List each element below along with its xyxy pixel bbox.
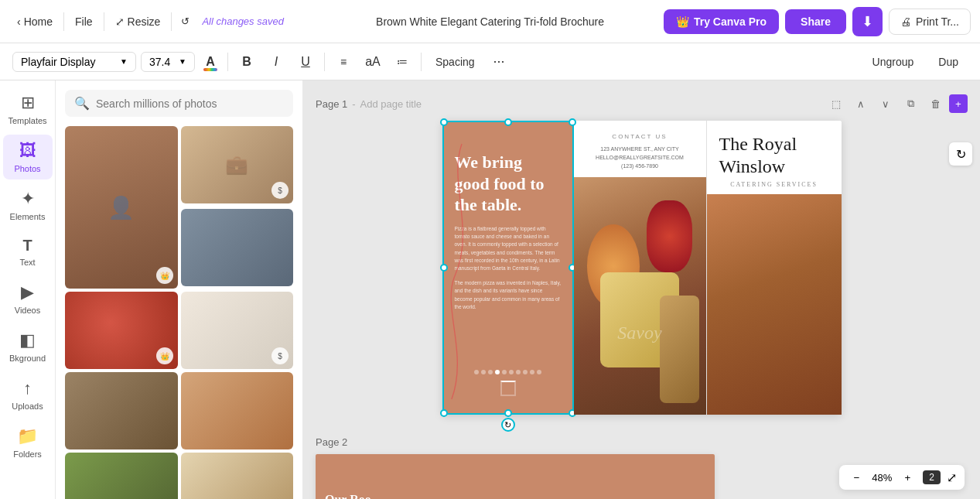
handle-tl[interactable] [440, 118, 448, 126]
font-family-selector[interactable]: Playfair Display ▼ [12, 52, 136, 72]
brochure-page1[interactable]: ↻ We bring good food to the table. Pizza… [442, 121, 842, 415]
canvas-area[interactable]: Page 1 - Add page title ⬚ ∧ ∨ ⧉ 🗑 + [303, 80, 980, 499]
handle-bm[interactable] [504, 409, 512, 417]
royal-title-line1: The Royal [719, 133, 829, 156]
food-item-2 [647, 200, 693, 272]
top-bar-left: ‹ Home File ⤢ Resize ↺ All changes saved [9, 11, 284, 32]
page-copy-button[interactable]: ⧉ [900, 93, 921, 114]
top-bar: ‹ Home File ⤢ Resize ↺ All changes saved… [0, 0, 980, 43]
align-button[interactable]: ≡ [331, 50, 356, 74]
sidebar-item-uploads[interactable]: ↑ Uploads [3, 372, 53, 417]
rotation-handle[interactable]: ↻ [501, 418, 515, 432]
list-item[interactable] [65, 372, 178, 449]
list-item[interactable] [181, 453, 294, 499]
dot [523, 370, 528, 374]
dot [516, 370, 521, 374]
expand-button[interactable]: ⤢ [947, 470, 957, 485]
separator2 [324, 53, 325, 71]
underline-button[interactable]: U [293, 50, 318, 74]
sidebar: ⊞ Templates 🖼 Photos ✦ Elements T Text ▶… [0, 80, 56, 499]
dot [509, 370, 514, 374]
page-up-button[interactable]: ∧ [850, 93, 872, 114]
uploads-label: Uploads [12, 402, 43, 411]
list-item[interactable] [181, 372, 294, 449]
page1-label: Page 1 [316, 98, 347, 110]
share-button[interactable]: Share [785, 9, 846, 34]
dot-active [495, 370, 500, 374]
more-icon: ··· [493, 53, 505, 69]
dot [488, 370, 493, 374]
separator1 [227, 53, 228, 71]
page-down-button[interactable]: ∨ [875, 93, 896, 114]
print-icon: 🖨 [900, 15, 911, 28]
right-controls: ↻ [949, 142, 972, 166]
zoom-in-button[interactable]: + [898, 468, 917, 487]
left-panel-content: We bring good food to the table. Pizza i… [455, 133, 562, 361]
sidebar-item-videos[interactable]: ▶ Videos [3, 276, 53, 321]
elements-label: Elements [10, 212, 46, 221]
resize-label: Resize [128, 15, 161, 28]
sidebar-item-templates[interactable]: ⊞ Templates [3, 87, 53, 132]
chevron-down-icon2: ▼ [179, 57, 186, 66]
royal-title-line2: Winslow [719, 156, 829, 178]
page2-right [447, 454, 715, 499]
ungroup-button[interactable]: Ungroup [863, 53, 924, 71]
divider2 [104, 12, 104, 31]
bold-button[interactable]: B [234, 50, 259, 74]
brochure-right-panel[interactable]: The Royal Winslow CATERING SERVICES [707, 121, 842, 415]
text-color-button[interactable]: A [200, 51, 221, 73]
more-options-button[interactable]: ··· [487, 50, 511, 73]
brochure-left-panel[interactable]: ↻ We bring good food to the table. Pizza… [442, 121, 574, 415]
file-button[interactable]: File [67, 11, 101, 32]
sidebar-item-photos[interactable]: 🖼 Photos [3, 135, 53, 179]
page1-add-title[interactable]: Add page title [360, 98, 422, 110]
spacing-button[interactable]: Spacing [428, 53, 483, 71]
zoom-out-button[interactable]: − [847, 468, 866, 487]
duplicate-button[interactable]: Dup [929, 53, 968, 71]
brochure-page2[interactable]: Our Roo... [316, 454, 715, 499]
handle-ml[interactable] [440, 264, 448, 272]
italic-button[interactable]: I [264, 50, 289, 74]
page-icon-button[interactable]: ⬚ [825, 93, 847, 114]
list-icon: ≔ [397, 56, 408, 68]
page2-text: Our Roo... [325, 493, 381, 499]
list-item[interactable] [181, 209, 294, 286]
search-icon: 🔍 [74, 96, 90, 111]
home-button[interactable]: ‹ Home [9, 11, 60, 32]
handle-tm[interactable] [504, 118, 512, 126]
page-delete-button[interactable]: 🗑 [924, 93, 946, 114]
page-add-button[interactable]: + [949, 94, 968, 113]
case-button[interactable]: aA [360, 50, 385, 74]
sidebar-item-folders[interactable]: 📁 Folders [3, 420, 53, 465]
download-button[interactable]: ⬇ [852, 7, 883, 36]
text-icon: T [22, 237, 32, 255]
download-icon: ⬇ [862, 13, 873, 30]
resize-button[interactable]: ⤢ Resize [108, 11, 169, 32]
try-canva-button[interactable]: 👑 Try Canva Pro [664, 9, 779, 34]
font-size-selector[interactable]: 37.4 ▼ [141, 52, 195, 72]
sidebar-item-elements[interactable]: ✦ Elements [3, 183, 53, 227]
italic-label: I [275, 55, 278, 69]
refresh-button[interactable]: ↻ [949, 142, 972, 166]
list-item[interactable]: 💼 $ [181, 126, 294, 203]
undo-button[interactable]: ↺ [175, 11, 196, 32]
videos-icon: ▶ [21, 282, 34, 302]
list-item[interactable]: $ [181, 292, 294, 369]
list-item[interactable] [65, 453, 178, 499]
search-input[interactable] [96, 97, 284, 110]
zoom-level: 48% [872, 472, 892, 484]
divider [63, 12, 64, 31]
sidebar-item-bkground[interactable]: ◧ Bkground [3, 324, 53, 369]
brochure-middle-panel[interactable]: CONTACT US 123 ANYWHERE ST., ANY CITY HE… [574, 121, 707, 415]
photos-panel: 🔍 👤 👑 💼 $ [56, 80, 303, 499]
list-item[interactable]: 👤 👑 [65, 126, 178, 289]
print-button[interactable]: 🖨 Print Tr... [889, 9, 971, 35]
list-item[interactable]: 👑 [65, 292, 178, 369]
handle-bl[interactable] [440, 409, 448, 417]
sidebar-item-text[interactable]: T Text [3, 231, 53, 273]
list-button[interactable]: ≔ [390, 50, 415, 74]
dup-label: Dup [938, 56, 958, 68]
contact-title: CONTACT US [586, 133, 694, 140]
search-input-wrap[interactable]: 🔍 [65, 90, 293, 117]
top-bar-right: 👑 Try Canva Pro Share ⬇ 🖨 Print Tr... [664, 7, 971, 36]
